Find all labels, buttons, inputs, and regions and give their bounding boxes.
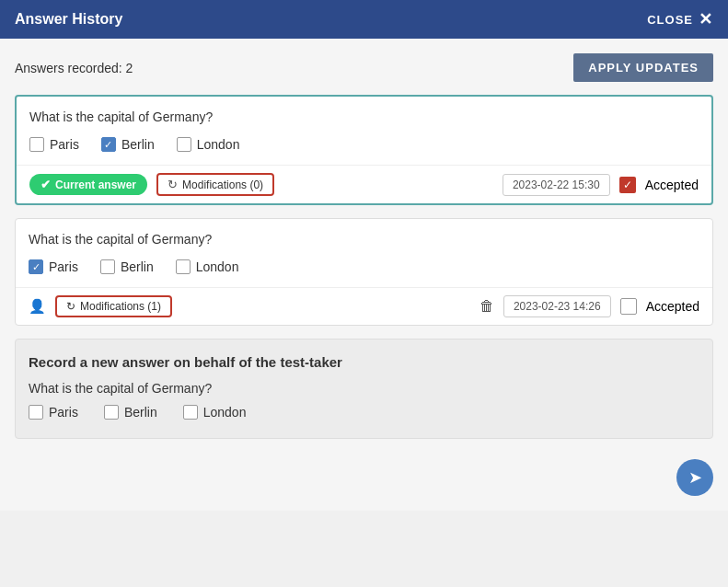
previous-answer-question: What is the capital of Germany? xyxy=(16,219,712,256)
check-circle-icon: ✔ xyxy=(40,178,51,191)
option-paris-prev: Paris xyxy=(29,259,78,274)
modifications-label-prev: Modifications (1) xyxy=(80,300,161,313)
apply-updates-button[interactable]: APPLY UPDATES xyxy=(573,53,713,82)
option-berlin-prev-label: Berlin xyxy=(121,259,154,274)
record-new-section: Record a new answer on behalf of the tes… xyxy=(15,339,713,439)
option-london-prev: London xyxy=(176,259,239,274)
current-answer-date: 2023-02-22 15:30 xyxy=(503,174,610,196)
option-london-label: London xyxy=(197,137,240,152)
accepted-label-current: Accepted xyxy=(645,178,699,192)
previous-answer-date: 2023-02-23 14:26 xyxy=(503,295,611,317)
option-paris-current: Paris xyxy=(29,137,79,152)
answer-history-modal: Answer History CLOSE ✕ Answers recorded:… xyxy=(0,0,728,511)
modal-header: Answer History CLOSE ✕ xyxy=(0,0,728,39)
current-answer-badge: ✔ Current answer xyxy=(29,174,147,195)
answers-recorded-label: Answers recorded: 2 xyxy=(15,61,133,75)
modifications-label-current: Modifications (0) xyxy=(182,178,263,191)
current-answer-options: Paris Berlin London xyxy=(17,133,711,165)
accepted-check-icon-current[interactable] xyxy=(619,177,636,193)
current-answer-badge-label: Current answer xyxy=(55,178,136,191)
option-london-new-label: London xyxy=(203,405,247,420)
modifications-button-prev[interactable]: ↻ Modifications (1) xyxy=(55,295,172,317)
modifications-icon-current: ↻ xyxy=(168,178,178,191)
close-label: CLOSE xyxy=(647,13,693,27)
option-paris-label: Paris xyxy=(50,137,79,152)
trash-icon[interactable]: 🗑 xyxy=(480,298,494,315)
submit-icon: ➤ xyxy=(688,467,702,488)
checkbox-paris-current[interactable] xyxy=(29,137,44,152)
close-button[interactable]: CLOSE ✕ xyxy=(647,9,713,29)
option-london-new: London xyxy=(183,405,247,420)
option-paris-prev-label: Paris xyxy=(49,259,78,274)
top-row: Answers recorded: 2 APPLY UPDATES xyxy=(15,53,713,82)
modifications-icon-prev: ↻ xyxy=(66,300,75,313)
accepted-check-icon-prev[interactable] xyxy=(620,298,637,315)
current-answer-card: What is the capital of Germany? Paris Be… xyxy=(15,95,713,205)
option-berlin-current: Berlin xyxy=(101,137,155,152)
checkbox-berlin-current[interactable] xyxy=(101,137,116,152)
option-london-current: London xyxy=(177,137,240,152)
checkbox-london-current[interactable] xyxy=(177,137,191,152)
modal-body: Answers recorded: 2 APPLY UPDATES What i… xyxy=(0,39,728,511)
option-paris-new-label: Paris xyxy=(49,405,78,420)
option-berlin-new: Berlin xyxy=(104,405,157,420)
checkbox-london-prev[interactable] xyxy=(176,259,191,274)
option-berlin-label: Berlin xyxy=(121,137,155,152)
person-icon: 👤 xyxy=(29,298,46,315)
close-x-icon: ✕ xyxy=(699,9,713,29)
record-new-question: What is the capital of Germany? xyxy=(29,381,699,396)
option-paris-new: Paris xyxy=(29,405,78,420)
record-new-title: Record a new answer on behalf of the tes… xyxy=(29,354,699,370)
previous-answer-options: Paris Berlin London xyxy=(16,256,712,287)
submit-row: ➤ xyxy=(15,452,713,496)
checkbox-berlin-new[interactable] xyxy=(104,405,119,420)
submit-answer-button[interactable]: ➤ xyxy=(676,459,713,496)
option-berlin-prev: Berlin xyxy=(100,259,154,274)
accepted-label-prev: Accepted xyxy=(646,299,699,314)
record-new-options: Paris Berlin London xyxy=(29,405,699,420)
previous-answer-footer: 👤 ↻ Modifications (1) 🗑 2023-02-23 14:26… xyxy=(16,287,712,325)
checkbox-berlin-prev[interactable] xyxy=(100,259,115,274)
checkbox-paris-new[interactable] xyxy=(29,405,43,420)
checkbox-paris-prev[interactable] xyxy=(29,259,43,274)
checkbox-london-new[interactable] xyxy=(183,405,198,420)
modal-title: Answer History xyxy=(15,11,122,28)
current-answer-question: What is the capital of Germany? xyxy=(17,97,711,133)
option-berlin-new-label: Berlin xyxy=(124,405,157,420)
previous-answer-card: What is the capital of Germany? Paris Be… xyxy=(15,218,713,326)
modifications-button-current[interactable]: ↻ Modifications (0) xyxy=(156,173,274,196)
option-london-prev-label: London xyxy=(196,259,239,274)
current-answer-footer: ✔ Current answer ↻ Modifications (0) 202… xyxy=(17,165,711,203)
